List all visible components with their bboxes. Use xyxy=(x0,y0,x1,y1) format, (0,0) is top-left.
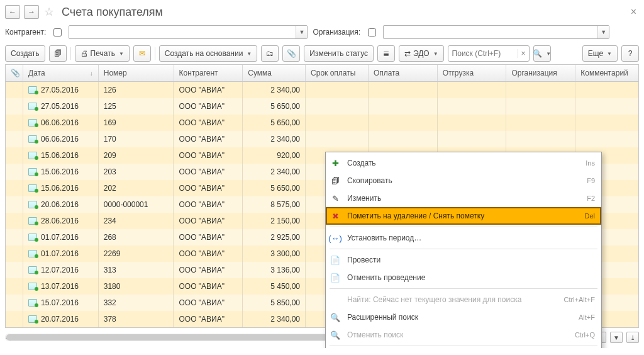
change-status-button[interactable]: Изменить статус xyxy=(304,45,374,62)
edo-button[interactable]: ⇄ЭДО▼ xyxy=(399,45,444,62)
search-box[interactable]: × xyxy=(448,45,530,62)
ctx-create[interactable]: ✚СоздатьIns xyxy=(326,154,601,172)
search-button[interactable]: 🔍▼ xyxy=(533,45,551,62)
chevron-down-icon[interactable]: ▼ xyxy=(597,26,609,38)
th-comment[interactable]: Комментарий xyxy=(575,65,638,81)
search-input[interactable] xyxy=(448,49,518,58)
cell-number: 203 xyxy=(99,164,174,180)
help-button[interactable]: ? xyxy=(621,45,639,62)
attach-button[interactable]: 📎 xyxy=(282,45,300,62)
document-posted-icon xyxy=(28,201,37,208)
clear-search-icon[interactable]: × xyxy=(518,49,529,58)
invoices-table: 📎 Дата↓ Номер Контрагент Сумма Срок опла… xyxy=(5,64,639,328)
cell-number: 313 xyxy=(99,262,174,278)
th-number[interactable]: Номер xyxy=(99,65,174,81)
cell-date: 20.06.2016 xyxy=(23,196,99,213)
ctx-post[interactable]: 📄Провести xyxy=(326,251,601,269)
cell-org xyxy=(506,131,575,147)
cell-number: 126 xyxy=(99,82,174,98)
cell-date-text: 28.06.2016 xyxy=(41,217,79,225)
cell-due xyxy=(306,98,369,115)
cell-contragent: ООО "АВИА" xyxy=(174,180,243,196)
filter-org-combo[interactable]: ▼ xyxy=(383,25,609,39)
create-button[interactable]: Создать xyxy=(5,45,45,62)
cell-contragent: ООО "АВИА" xyxy=(174,262,243,278)
sort-asc-icon: ↓ xyxy=(90,70,93,77)
cell-sum: 2 340,00 xyxy=(243,164,306,180)
cell-contragent: ООО "АВИА" xyxy=(174,164,243,180)
ctx-adv-search[interactable]: 🔍Расширенный поискAlt+F xyxy=(326,308,601,326)
find-icon xyxy=(330,295,341,305)
table-header: 📎 Дата↓ Номер Контрагент Сумма Срок опла… xyxy=(6,65,638,82)
cell-due xyxy=(306,115,369,131)
cell-date: 06.06.2016 xyxy=(23,131,99,147)
cell-attach xyxy=(6,180,23,196)
page-title: Счета покупателям xyxy=(62,6,163,19)
close-icon[interactable]: × xyxy=(628,6,639,18)
table-row[interactable]: 27.05.2016125ООО "АВИА"5 650,00 xyxy=(6,98,638,115)
mail-button[interactable]: ✉ xyxy=(133,45,151,62)
cell-attach xyxy=(6,229,23,245)
cell-ship xyxy=(438,131,507,147)
document-posted-icon xyxy=(28,250,37,257)
th-pay[interactable]: Оплата xyxy=(369,65,438,81)
table-row[interactable]: 06.06.2016169ООО "АВИА"5 650,00 xyxy=(6,115,638,131)
more-label: Еще xyxy=(588,49,603,58)
context-menu: ✚СоздатьIns 🗐СкопироватьF9 ✎ИзменитьF2 ✖… xyxy=(325,152,602,348)
cell-attach xyxy=(6,213,23,229)
list-icon: ≣ xyxy=(383,49,389,58)
filter-contragent-checkbox[interactable] xyxy=(53,28,62,37)
th-ship[interactable]: Отгрузка xyxy=(438,65,507,81)
goto-down-button[interactable]: ▼ xyxy=(610,332,623,343)
ctx-mark-delete[interactable]: ✖Пометить на удаление / Снять пометкуDel xyxy=(326,207,601,225)
table-row[interactable]: 06.06.2016170ООО "АВИА"2 340,00 xyxy=(6,131,638,147)
th-attach[interactable]: 📎 xyxy=(6,65,23,81)
th-date[interactable]: Дата↓ xyxy=(23,65,99,81)
edo-icon: ⇄ xyxy=(404,49,411,58)
goto-last-button[interactable]: ⤓ xyxy=(626,332,639,343)
cell-number: 268 xyxy=(99,229,174,245)
cell-attach xyxy=(6,115,23,131)
related-docs-button[interactable]: 🗂 xyxy=(261,45,279,62)
cell-sum: 5 650,00 xyxy=(243,98,306,115)
ctx-edit[interactable]: ✎ИзменитьF2 xyxy=(326,189,601,207)
cell-sum: 2 340,00 xyxy=(243,82,306,98)
list-settings-button[interactable]: ≣ xyxy=(377,45,395,62)
th-sum[interactable]: Сумма xyxy=(243,65,306,81)
ctx-copy[interactable]: 🗐СкопироватьF9 xyxy=(326,172,601,189)
cell-attach xyxy=(6,98,23,115)
cell-org xyxy=(506,98,575,115)
filter-contragent-combo[interactable]: ▼ xyxy=(69,25,308,39)
document-posted-icon xyxy=(28,152,37,159)
more-button[interactable]: Еще▼ xyxy=(582,45,618,62)
nav-back-button[interactable]: ← xyxy=(5,5,20,19)
th-contragent[interactable]: Контрагент xyxy=(174,65,243,81)
filter-org-checkbox[interactable] xyxy=(368,28,376,37)
cell-attach xyxy=(6,147,23,164)
cell-contragent: ООО "АВИА" xyxy=(174,115,243,131)
th-due[interactable]: Срок оплаты xyxy=(306,65,369,81)
cell-contragent: ООО "АВИА" xyxy=(174,147,243,164)
ctx-set-period[interactable]: (↔)Установить период… xyxy=(326,229,601,247)
cell-sum: 2 150,00 xyxy=(243,213,306,229)
ctx-unpost[interactable]: 📄Отменить проведение xyxy=(326,269,601,286)
cell-attach xyxy=(6,196,23,213)
create-based-button[interactable]: Создать на основании▼ xyxy=(159,45,257,62)
favorite-star-icon[interactable]: ☆ xyxy=(43,6,55,18)
chevron-down-icon[interactable]: ▼ xyxy=(296,26,307,38)
cell-contragent: ООО "АВИА" xyxy=(174,295,243,311)
print-button[interactable]: 🖨Печать▼ xyxy=(75,45,130,62)
cell-number: 170 xyxy=(99,131,174,147)
nav-forward-button[interactable]: → xyxy=(24,5,39,19)
th-org[interactable]: Организация xyxy=(506,65,575,81)
cell-sum: 3 136,00 xyxy=(243,262,306,278)
cell-date: 06.06.2016 xyxy=(23,115,99,131)
cell-date: 20.07.2016 xyxy=(23,311,99,327)
copy-doc-button[interactable]: 🗐 xyxy=(49,45,67,62)
table-row[interactable]: 27.05.2016126ООО "АВИА"2 340,00 xyxy=(6,82,638,98)
filter-org-label: Организация: xyxy=(313,28,360,37)
document-posted-icon xyxy=(28,168,37,176)
cell-date: 15.06.2016 xyxy=(23,147,99,164)
search-icon: 🔍 xyxy=(533,49,542,58)
help-icon: ? xyxy=(628,49,633,58)
